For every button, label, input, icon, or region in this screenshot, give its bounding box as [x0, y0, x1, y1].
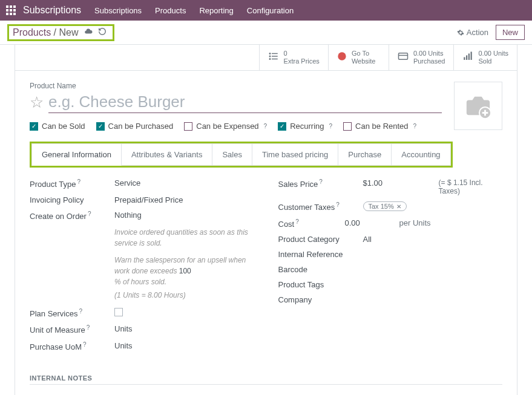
label-plan-services: Plan Services? — [30, 308, 114, 318]
help-icon[interactable]: ? — [87, 324, 90, 331]
label-internal-reference: Internal Reference — [278, 250, 363, 259]
form-right-column: Sales Price? $1.00 (= $ 1.15 Incl. Taxes… — [278, 178, 503, 357]
label-product-type: Product Type? — [30, 178, 114, 189]
help-icon[interactable]: ? — [413, 123, 417, 129]
bars-icon — [462, 51, 473, 64]
top-navbar: Subscriptions Subscriptions Products Rep… — [0, 0, 532, 21]
cost-unit: per Units — [399, 218, 431, 229]
field-product-type[interactable]: Service — [114, 178, 254, 188]
hint-upsell: Warn the salesperson for an upsell when … — [114, 255, 254, 287]
tag-remove-icon[interactable]: ✕ — [396, 203, 401, 210]
save-cloud-icon[interactable] — [84, 27, 93, 38]
new-button[interactable]: New — [496, 25, 525, 40]
tabs-highlight: General Information Attributes & Variant… — [30, 142, 453, 168]
tab-purchase[interactable]: Purchase — [338, 143, 392, 166]
help-icon[interactable]: ? — [336, 201, 340, 208]
field-sales-price[interactable]: $1.00 — [363, 178, 415, 195]
label-sales-price: Sales Price? — [278, 178, 363, 189]
label-product-tags: Product Tags — [278, 280, 363, 289]
product-name-input[interactable] — [48, 91, 442, 113]
top-menu: Subscriptions Products Reporting Configu… — [94, 6, 294, 15]
menu-configuration[interactable]: Configuration — [247, 6, 294, 15]
svg-rect-9 — [464, 57, 465, 60]
gear-icon — [457, 29, 464, 36]
breadcrumb-highlight: Products / New — [7, 24, 114, 41]
credit-card-icon — [398, 51, 409, 64]
checkbox-plan-services[interactable] — [114, 308, 123, 316]
svg-point-3 — [269, 53, 271, 54]
label-create-on-order: Create on Order? — [30, 211, 114, 221]
check-can-be-purchased[interactable]: ✓Can be Purchased — [96, 122, 174, 131]
help-icon[interactable]: ? — [79, 308, 82, 315]
hint-invoice-ordered: Invoice ordered quantities as soon as th… — [114, 227, 254, 249]
help-icon[interactable]: ? — [83, 341, 87, 348]
menu-products[interactable]: Products — [155, 6, 186, 15]
help-icon[interactable]: ? — [77, 178, 80, 185]
tab-accounting[interactable]: Accounting — [392, 143, 450, 166]
stat-website[interactable]: Go ToWebsite — [328, 45, 389, 70]
app-brand: Subscriptions — [23, 5, 81, 16]
help-icon[interactable]: ? — [88, 211, 91, 217]
field-cost[interactable]: 0.00 — [345, 218, 399, 229]
svg-rect-10 — [466, 56, 467, 60]
check-can-be-expensed[interactable]: Can be Expensed? — [184, 122, 267, 131]
action-dropdown[interactable]: Action — [457, 28, 488, 37]
help-icon[interactable]: ? — [319, 178, 323, 185]
field-product-category[interactable]: All — [363, 235, 503, 244]
label-purchase-uom: Purchase UoM? — [30, 341, 114, 351]
product-image-upload[interactable] — [454, 82, 502, 130]
stat-buttons: 0Extra Prices Go ToWebsite 0.00 UnitsPur… — [15, 45, 517, 71]
svg-point-5 — [269, 59, 271, 60]
section-internal-notes-title: INTERNAL NOTES — [30, 374, 502, 385]
tab-time-based-pricing[interactable]: Time based pricing — [252, 143, 338, 166]
discard-icon[interactable] — [98, 27, 107, 38]
svg-point-4 — [269, 56, 271, 57]
form-left-column: Product Type? Service Invoicing Policy P… — [30, 178, 254, 357]
tab-attributes-variants[interactable]: Attributes & Variants — [122, 143, 213, 166]
field-customer-taxes[interactable]: Tax 15%✕ — [363, 201, 503, 211]
apps-grid-icon[interactable] — [6, 5, 16, 15]
field-purchase-uom[interactable]: Units — [114, 341, 254, 350]
upsell-threshold-input[interactable]: 100 — [179, 266, 246, 276]
breadcrumb-products-link[interactable]: Products — [13, 27, 51, 38]
tab-sales[interactable]: Sales — [212, 143, 252, 166]
product-options-checks: ✓Can be Sold ✓Can be Purchased Can be Ex… — [30, 122, 442, 131]
svg-rect-7 — [398, 53, 407, 60]
globe-icon — [337, 51, 347, 64]
stat-sold[interactable]: 0.00 UnitsSold — [453, 45, 517, 70]
label-barcode: Barcode — [278, 265, 363, 274]
breadcrumb: Products / New — [13, 27, 79, 38]
stat-purchased[interactable]: 0.00 UnitsPurchased — [389, 45, 454, 70]
label-invoicing-policy: Invoicing Policy — [30, 195, 114, 204]
check-can-be-rented[interactable]: Can be Rented? — [343, 122, 416, 131]
help-icon[interactable]: ? — [329, 123, 333, 129]
svg-point-6 — [338, 53, 346, 60]
check-recurring[interactable]: ✓Recurring? — [278, 122, 332, 131]
field-create-on-order[interactable]: Nothing — [114, 211, 254, 220]
list-icon — [268, 51, 279, 64]
check-can-be-sold[interactable]: ✓Can be Sold — [30, 122, 85, 131]
label-customer-taxes: Customer Taxes? — [278, 201, 363, 212]
sales-price-incl-taxes: (= $ 1.15 Incl. Taxes) — [439, 178, 502, 195]
favorite-star-icon[interactable]: ☆ — [30, 93, 44, 112]
label-uom: Unit of Measure? — [30, 324, 114, 335]
camera-plus-icon — [464, 92, 492, 120]
tab-general-information[interactable]: General Information — [31, 143, 122, 166]
menu-subscriptions[interactable]: Subscriptions — [94, 6, 142, 15]
hint-unit-hours: (1 Units = 8.00 Hours) — [114, 291, 254, 299]
stat-extra-prices[interactable]: 0Extra Prices — [259, 45, 328, 70]
menu-reporting[interactable]: Reporting — [199, 6, 233, 15]
label-product-category: Product Category — [278, 235, 363, 244]
breadcrumb-current: New — [59, 27, 78, 38]
form-tabs: General Information Attributes & Variant… — [31, 143, 451, 166]
label-cost: Cost? — [278, 218, 345, 229]
field-uom[interactable]: Units — [114, 324, 254, 333]
control-bar: Products / New Action New — [0, 21, 532, 45]
help-icon[interactable]: ? — [264, 123, 268, 129]
field-invoicing-policy[interactable]: Prepaid/Fixed Price — [114, 195, 254, 204]
svg-rect-11 — [468, 54, 470, 60]
product-name-label: Product Name — [30, 82, 442, 90]
tax-tag[interactable]: Tax 15%✕ — [363, 201, 407, 211]
svg-rect-12 — [471, 52, 472, 60]
help-icon[interactable]: ? — [295, 218, 299, 225]
